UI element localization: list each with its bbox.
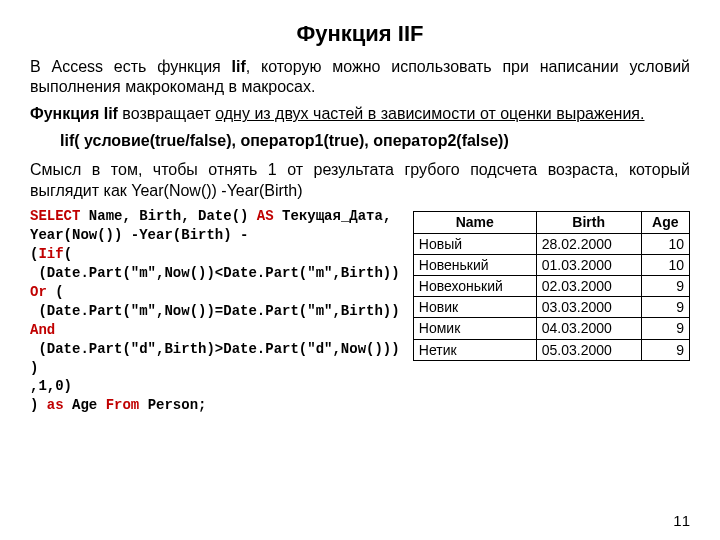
table-row: Новик03.03.20009	[413, 297, 689, 318]
explanation-paragraph: Смысл в том, чтобы отнять 1 от результат…	[30, 160, 690, 202]
cell-birth: 01.03.2000	[536, 254, 641, 275]
cell-name: Номик	[413, 318, 536, 339]
cell-age: 10	[641, 233, 689, 254]
syntax-line: Iif( условие(true/false), оператор1(true…	[60, 131, 690, 152]
table-row: Номик04.03.20009	[413, 318, 689, 339]
code-text: Age	[64, 397, 106, 413]
cell-age: 9	[641, 297, 689, 318]
cell-age: 9	[641, 318, 689, 339]
cell-age: 9	[641, 339, 689, 360]
code-text: ,1,0)	[30, 378, 72, 394]
keyword-iif: Iif	[38, 246, 63, 262]
cell-name: Нетик	[413, 339, 536, 360]
table-row: Новенький01.03.200010	[413, 254, 689, 275]
underlined-text: одну из двух частей в зависимости от оце…	[215, 105, 644, 122]
keyword-as: as	[47, 397, 64, 413]
col-age: Age	[641, 212, 689, 233]
table-row: Нетик05.03.20009	[413, 339, 689, 360]
cell-name: Новый	[413, 233, 536, 254]
cell-name: Новехонький	[413, 275, 536, 296]
cell-birth: 03.03.2000	[536, 297, 641, 318]
page-number: 11	[673, 511, 690, 531]
keyword-as: AS	[257, 208, 274, 224]
cell-birth: 04.03.2000	[536, 318, 641, 339]
text: В Access есть функция	[30, 58, 232, 75]
cell-birth: 28.02.2000	[536, 233, 641, 254]
col-birth: Birth	[536, 212, 641, 233]
iif-function-label: Функция Iif	[30, 105, 118, 122]
col-name: Name	[413, 212, 536, 233]
keyword-or: Or	[30, 284, 47, 300]
keyword-from: From	[106, 397, 140, 413]
code-text: (	[64, 246, 72, 262]
code-text: (Date.Part("d",Birth)>Date.Part("d",Now(…	[30, 341, 400, 357]
code-text: (Date.Part("m",Now())<Date.Part("m",Birt…	[30, 265, 400, 281]
text: возвращает	[118, 105, 215, 122]
cell-birth: 05.03.2000	[536, 339, 641, 360]
cell-name: Новик	[413, 297, 536, 318]
keyword-select: SELECT	[30, 208, 80, 224]
code-text: Person;	[139, 397, 206, 413]
table-row: Новехонький02.03.20009	[413, 275, 689, 296]
iif-keyword: Iif	[232, 58, 246, 75]
code-text: (Date.Part("m",Now())=Date.Part("m",Birt…	[30, 303, 400, 319]
sql-code-block: SELECT Name, Birth, Date() AS Текущая_Да…	[30, 207, 386, 415]
code-text: )	[30, 360, 38, 376]
table-header-row: Name Birth Age	[413, 212, 689, 233]
result-table: Name Birth Age Новый28.02.200010 Новеньк…	[413, 211, 690, 360]
keyword-and: And	[30, 322, 55, 338]
cell-name: Новенький	[413, 254, 536, 275]
table-row: Новый28.02.200010	[413, 233, 689, 254]
code-text: (	[47, 284, 64, 300]
cell-age: 10	[641, 254, 689, 275]
cell-birth: 02.03.2000	[536, 275, 641, 296]
code-text: Name, Birth, Date()	[80, 208, 256, 224]
code-text: Текущая_Дата,	[274, 208, 392, 224]
intro-paragraph: В Access есть функция Iif, которую можно…	[30, 57, 690, 99]
code-text: )	[30, 397, 47, 413]
result-table-container: Name Birth Age Новый28.02.200010 Новеньк…	[413, 211, 690, 360]
code-text: Year(Now()) -Year(Birth) -	[30, 227, 248, 243]
cell-age: 9	[641, 275, 689, 296]
page-title: Функция IIF	[30, 20, 690, 49]
definition-paragraph: Функция Iif возвращает одну из двух част…	[30, 104, 690, 125]
